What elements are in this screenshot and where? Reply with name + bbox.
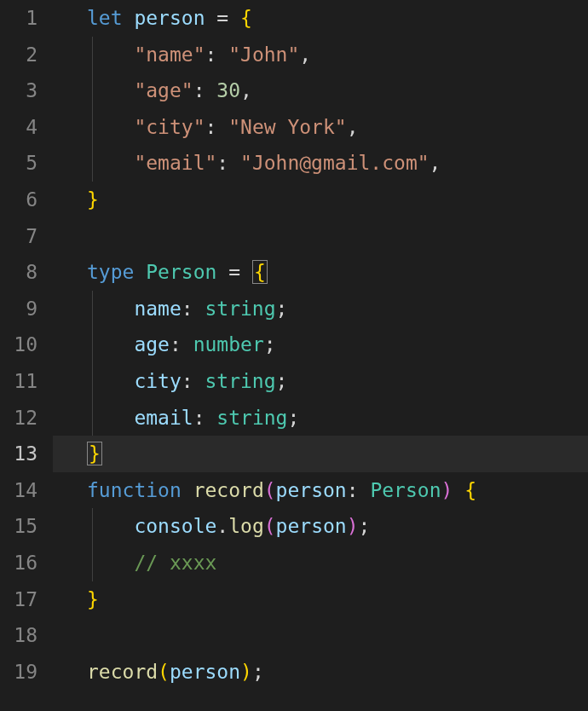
line-number-active: 13 bbox=[0, 436, 37, 472]
object-key: "city" bbox=[134, 116, 205, 138]
brace-open-matched: { bbox=[252, 260, 268, 284]
line-number: 3 bbox=[0, 72, 37, 109]
code-line[interactable]: "city": "New York", bbox=[53, 109, 588, 146]
line-number: 4 bbox=[0, 109, 37, 146]
line-number: 8 bbox=[0, 254, 37, 291]
type-annotation: string bbox=[216, 407, 287, 429]
object-key: "age" bbox=[134, 79, 193, 101]
object-key: "name" bbox=[134, 43, 205, 66]
brace-open: { bbox=[240, 7, 252, 29]
line-number: 10 bbox=[0, 327, 37, 363]
brace-close-cursor: } bbox=[87, 442, 102, 465]
code-line[interactable]: age: number; bbox=[53, 327, 588, 363]
paren-close: ) bbox=[240, 661, 252, 683]
keyword-type: type bbox=[87, 261, 134, 283]
string-value: "John@gmail.com" bbox=[240, 152, 429, 174]
code-line[interactable]: let person = { bbox=[53, 0, 588, 37]
function-name: record bbox=[193, 479, 264, 501]
type-property: email bbox=[134, 407, 193, 429]
number-value: 30 bbox=[216, 79, 240, 101]
code-line[interactable]: } bbox=[53, 182, 588, 218]
code-line[interactable]: name: string; bbox=[53, 291, 588, 327]
argument: person bbox=[170, 661, 240, 683]
code-editor[interactable]: 1 2 3 4 5 6 7 8 9 10 11 12 13 14 15 16 1… bbox=[0, 0, 588, 711]
line-number: 9 bbox=[0, 291, 37, 327]
line-number: 1 bbox=[0, 0, 37, 37]
line-number: 19 bbox=[0, 654, 37, 691]
code-line[interactable]: city: string; bbox=[53, 363, 588, 400]
code-line-empty[interactable] bbox=[53, 617, 588, 654]
line-number: 12 bbox=[0, 400, 37, 436]
code-line[interactable]: function record(person: Person) { bbox=[53, 472, 588, 509]
paren-open: ( bbox=[264, 515, 276, 537]
line-number-gutter: 1 2 3 4 5 6 7 8 9 10 11 12 13 14 15 16 1… bbox=[0, 0, 53, 711]
operator: = bbox=[205, 7, 241, 29]
console-object: console bbox=[134, 515, 216, 537]
type-annotation: string bbox=[205, 298, 275, 320]
log-method: log bbox=[228, 515, 264, 537]
line-number: 15 bbox=[0, 508, 37, 545]
code-line[interactable]: "age": 30, bbox=[53, 72, 588, 109]
type-annotation: number bbox=[193, 333, 264, 356]
paren-close: ) bbox=[347, 515, 359, 537]
line-number: 2 bbox=[0, 37, 37, 73]
parameter: person bbox=[276, 479, 347, 501]
function-call: record bbox=[87, 661, 158, 683]
keyword-let: let bbox=[87, 7, 123, 29]
code-line-current[interactable]: } bbox=[53, 436, 588, 472]
argument: person bbox=[276, 515, 347, 537]
keyword-function: function bbox=[87, 479, 182, 501]
variable: person bbox=[134, 7, 205, 29]
comment: // xxxx bbox=[134, 552, 216, 574]
type-property: name bbox=[134, 298, 181, 320]
brace-open: { bbox=[464, 479, 476, 501]
line-number: 6 bbox=[0, 182, 37, 218]
brace-close: } bbox=[87, 588, 99, 610]
code-line[interactable]: record(person); bbox=[53, 654, 588, 691]
code-line[interactable]: console.log(person); bbox=[53, 508, 588, 545]
object-key: "email" bbox=[134, 152, 216, 174]
paren-close: ) bbox=[441, 479, 453, 501]
string-value: "John" bbox=[228, 43, 299, 66]
code-line[interactable]: "email": "John@gmail.com", bbox=[53, 145, 588, 182]
code-line[interactable]: type Person = { bbox=[53, 254, 588, 291]
line-number: 5 bbox=[0, 145, 37, 182]
line-number: 7 bbox=[0, 218, 37, 255]
line-number: 16 bbox=[0, 545, 37, 581]
code-line[interactable]: } bbox=[53, 581, 588, 618]
type-annotation: string bbox=[205, 370, 275, 392]
code-line[interactable]: email: string; bbox=[53, 400, 588, 436]
type-property: city bbox=[134, 370, 181, 392]
paren-open: ( bbox=[158, 661, 170, 683]
line-number: 18 bbox=[0, 617, 37, 654]
code-line[interactable]: "name": "John", bbox=[53, 37, 588, 73]
paren-open: ( bbox=[264, 479, 276, 501]
line-number: 11 bbox=[0, 363, 37, 400]
code-line-empty[interactable] bbox=[53, 218, 588, 255]
param-type: Person bbox=[370, 479, 441, 501]
line-number: 17 bbox=[0, 581, 37, 618]
string-value: "New York" bbox=[228, 116, 346, 138]
line-number: 14 bbox=[0, 472, 37, 509]
type-name: Person bbox=[146, 261, 216, 283]
type-property: age bbox=[134, 333, 170, 356]
code-line[interactable]: // xxxx bbox=[53, 545, 588, 581]
brace-close: } bbox=[87, 188, 99, 211]
code-area[interactable]: let person = { "name": "John", "age": 30… bbox=[53, 0, 588, 711]
